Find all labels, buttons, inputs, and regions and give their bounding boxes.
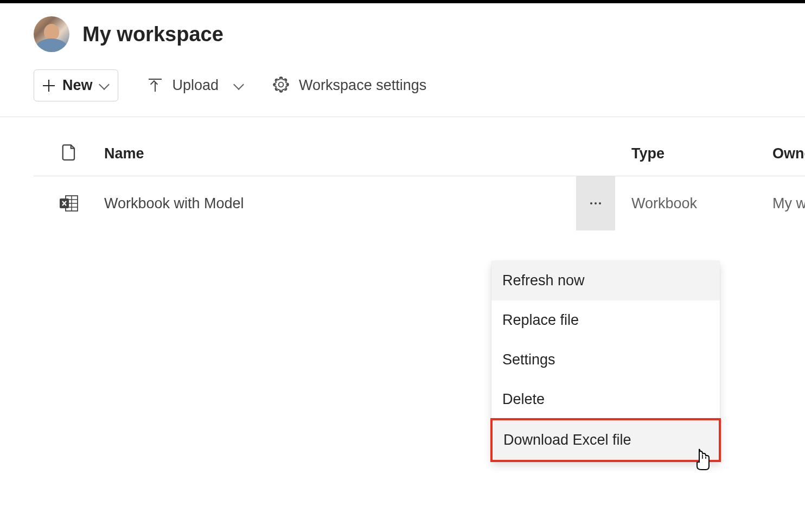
new-button[interactable]: New (34, 69, 118, 101)
row-owner-cell: My w (772, 195, 805, 212)
workspace-header: My workspace (0, 3, 805, 52)
workspace-settings-button[interactable]: Workspace settings (273, 76, 426, 95)
column-icon-header (34, 144, 104, 163)
row-name-cell[interactable]: Workbook with Model (104, 195, 576, 212)
menu-item-download-excel[interactable]: Download Excel file (490, 418, 721, 462)
more-dots-icon (590, 202, 601, 204)
menu-item-refresh[interactable]: Refresh now (491, 261, 720, 300)
column-type-header[interactable]: Type (615, 145, 772, 162)
content-area: Name Type Owner Wor (0, 117, 805, 230)
plus-icon (43, 80, 55, 92)
upload-icon (149, 79, 163, 93)
workspace-title: My workspace (82, 23, 223, 46)
row-type-cell: Workbook (615, 195, 772, 212)
avatar (34, 16, 69, 52)
menu-item-settings[interactable]: Settings (491, 340, 720, 380)
svg-point-0 (279, 82, 284, 87)
chevron-down-icon (99, 79, 110, 90)
menu-item-delete[interactable]: Delete (491, 380, 720, 419)
chevron-down-icon (233, 79, 244, 90)
context-menu: Refresh now Replace file Settings Delete… (491, 261, 720, 461)
menu-item-replace[interactable]: Replace file (491, 300, 720, 340)
row-icon-cell (34, 195, 104, 212)
excel-icon (59, 195, 79, 212)
table-row[interactable]: Workbook with Model Workbook My w (34, 176, 805, 230)
column-name-header[interactable]: Name (104, 145, 576, 162)
upload-label: Upload (173, 77, 219, 94)
row-actions-cell (576, 176, 615, 230)
cursor-pointer-icon (692, 447, 712, 474)
column-owner-header[interactable]: Owner (772, 145, 805, 162)
upload-button[interactable]: Upload (149, 77, 243, 94)
gear-icon (273, 76, 289, 95)
new-button-label: New (62, 77, 93, 94)
table-header: Name Type Owner (34, 117, 805, 176)
settings-label: Workspace settings (299, 77, 426, 94)
more-options-button[interactable] (576, 176, 615, 230)
document-icon (62, 144, 76, 163)
toolbar: New Upload Workspace settings (0, 52, 805, 117)
